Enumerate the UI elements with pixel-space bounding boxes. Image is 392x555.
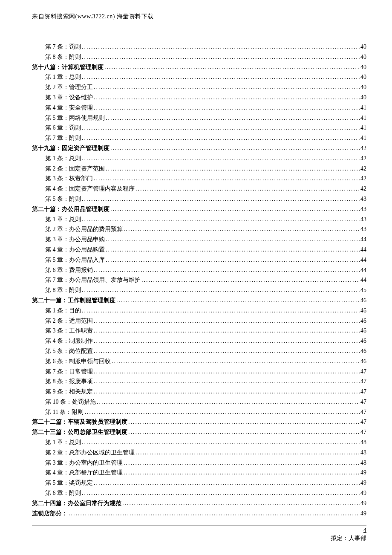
- toc-entry[interactable]: 第 3 章：办公室内的卫生管理48: [32, 458, 366, 468]
- toc-entry-label: 第 8 章：附则: [45, 285, 81, 295]
- toc-entry[interactable]: 第 8 章：附则45: [32, 285, 366, 295]
- toc-entry[interactable]: 第二十二篇：车辆及驾驶员管理制度 47: [32, 417, 366, 427]
- toc-entry-page: 49: [360, 478, 366, 488]
- toc-entry[interactable]: 第 3 章：办公用品申购44: [32, 234, 366, 245]
- toc-entry[interactable]: 第 5 条：岗位配置46: [32, 346, 366, 356]
- toc-entry-label: 第 2 章：办公用品的费用预算: [45, 224, 123, 234]
- toc-entry[interactable]: 第十八篇：计算机管理制度 40: [32, 62, 366, 72]
- toc-entry-label: 第 6 章：附则: [45, 488, 81, 498]
- toc-entry[interactable]: 第 5 章：网络使用规则41: [32, 113, 366, 123]
- toc-entry-label: 第 11 条：附则: [45, 407, 84, 417]
- toc-entry[interactable]: 第 1 章：总则43: [32, 214, 366, 225]
- toc-entry[interactable]: 第 5 章：办公用品入库44: [32, 255, 366, 265]
- toc-leader-dots: [104, 62, 360, 72]
- toc-entry[interactable]: 连锁店部分： 49: [32, 509, 366, 519]
- toc-entry[interactable]: 第 7 条：罚则40: [32, 42, 366, 52]
- toc-entry[interactable]: 第 1 条：总则42: [32, 153, 366, 164]
- toc-entry-label: 第 5 章：网络使用规则: [45, 113, 105, 123]
- toc-entry[interactable]: 第 8 条：报废事项47: [32, 376, 366, 387]
- toc-leader-dots: [82, 123, 360, 133]
- toc-entry-label: 连锁店部分：: [32, 509, 68, 519]
- toc-entry[interactable]: 第 2 条：固定资产范围42: [32, 164, 366, 174]
- toc-entry-label: 第 1 条：总则: [45, 153, 81, 164]
- toc-leader-dots: [82, 437, 360, 448]
- toc-leader-dots: [135, 184, 360, 194]
- toc-entry-page: 41: [360, 133, 366, 143]
- toc-leader-dots: [135, 448, 360, 458]
- toc-entry-label: 第 4 章：安全管理: [45, 103, 93, 113]
- page-footer: 4 拟定：人事部: [32, 526, 366, 542]
- toc-entry[interactable]: 第 6 章：费用报销44: [32, 265, 366, 275]
- toc-entry[interactable]: 第 6 章：罚则41: [32, 123, 366, 133]
- toc-entry-page: 48: [360, 458, 366, 468]
- toc-leader-dots: [94, 92, 360, 103]
- toc-entry[interactable]: 第 3 章：设备维护40: [32, 92, 366, 103]
- toc-leader-dots: [94, 316, 360, 326]
- toc-entry[interactable]: 第 2 条：适用范围46: [32, 316, 366, 326]
- toc-leader-dots: [106, 113, 360, 123]
- toc-leader-dots: [128, 417, 360, 427]
- toc-entry-label: 第 10 条：处罚措施: [45, 397, 96, 407]
- toc-leader-dots: [94, 478, 360, 488]
- toc-entry[interactable]: 第 4 章：安全管理41: [32, 103, 366, 113]
- toc-entry-label: 第 3 章：办公室内的卫生管理: [45, 458, 123, 468]
- table-of-contents: 第 7 条：罚则40第 8 条：附则40第十八篇：计算机管理制度 40第 1 章…: [32, 42, 366, 518]
- toc-entry[interactable]: 第 9 条：相关规定47: [32, 387, 366, 397]
- toc-entry[interactable]: 第二十一篇：工作制服管理制度 46: [32, 295, 366, 306]
- toc-entry[interactable]: 第 6 条：制服申领与回收46: [32, 356, 366, 367]
- toc-entry[interactable]: 第 4 条：固定资产管理内容及程序42: [32, 184, 366, 194]
- toc-entry-page: 42: [360, 173, 366, 184]
- toc-entry[interactable]: 第 4 章：总部餐厅的卫生管理49: [32, 468, 366, 478]
- toc-entry[interactable]: 第十九篇：固定资产管理制度 42: [32, 143, 366, 153]
- toc-entry-label: 第 7 章：办公用品领用、发放与维护: [45, 275, 141, 285]
- toc-entry-label: 第 3 条：工作职责: [45, 326, 93, 336]
- toc-entry-page: 42: [360, 184, 366, 194]
- toc-entry-label: 第二十四篇：办公室日常行为规范: [32, 498, 121, 509]
- toc-entry[interactable]: 第 1 章：总则40: [32, 72, 366, 82]
- toc-entry-label: 第二十一篇：工作制服管理制度: [32, 295, 115, 306]
- toc-entry[interactable]: 第 2 章：办公用品的费用预算43: [32, 224, 366, 234]
- toc-entry[interactable]: 第二十三篇：公司总部卫生管理制度 47: [32, 427, 366, 437]
- toc-entry[interactable]: 第 3 条：权责部门42: [32, 173, 366, 184]
- toc-entry[interactable]: 第 4 章：办公用品购置44: [32, 245, 366, 255]
- toc-entry[interactable]: 第 7 条：日常管理47: [32, 367, 366, 377]
- toc-entry-page: 46: [360, 326, 366, 336]
- toc-entry[interactable]: 第 6 章：附则49: [32, 488, 366, 498]
- toc-entry[interactable]: 第 8 条：附则40: [32, 52, 366, 62]
- toc-entry-label: 第 5 条：岗位配置: [45, 346, 93, 356]
- toc-entry-page: 49: [360, 498, 366, 509]
- toc-entry[interactable]: 第 10 条：处罚措施47: [32, 397, 366, 407]
- toc-entry-label: 第 7 条：罚则: [45, 42, 81, 52]
- toc-entry-page: 41: [360, 113, 366, 123]
- toc-entry[interactable]: 第二十篇：办公用品管理制度 43: [32, 204, 366, 214]
- toc-entry[interactable]: 第 11 条：附则47: [32, 407, 366, 417]
- toc-leader-dots: [128, 427, 360, 437]
- toc-entry[interactable]: 第 5 章：奖罚规定49: [32, 478, 366, 488]
- toc-entry-label: 第 6 章：罚则: [45, 123, 81, 133]
- toc-entry-page: 41: [360, 103, 366, 113]
- toc-entry-label: 第 1 条：目的: [45, 306, 81, 316]
- toc-entry[interactable]: 第 1 章：总则48: [32, 437, 366, 448]
- toc-leader-dots: [124, 468, 360, 478]
- toc-leader-dots: [82, 488, 360, 498]
- toc-entry[interactable]: 第 4 条：制服制作46: [32, 336, 366, 346]
- toc-leader-dots: [94, 326, 360, 336]
- toc-entry-label: 第 1 章：总则: [45, 437, 81, 448]
- toc-entry-label: 第 2 章：管理分工: [45, 82, 93, 92]
- toc-entry[interactable]: 第 7 章：办公用品领用、发放与维护44: [32, 275, 366, 285]
- toc-entry-label: 第二十三篇：公司总部卫生管理制度: [32, 427, 127, 437]
- toc-leader-dots: [69, 509, 360, 519]
- toc-entry-page: 47: [360, 417, 366, 427]
- toc-entry-page: 40: [360, 82, 366, 92]
- toc-leader-dots: [94, 173, 360, 184]
- toc-entry[interactable]: 第 5 条：附则43: [32, 194, 366, 204]
- toc-entry-label: 第 3 章：办公用品申购: [45, 234, 105, 245]
- toc-entry[interactable]: 第二十四篇：办公室日常行为规范 49: [32, 498, 366, 509]
- toc-entry[interactable]: 第 3 条：工作职责46: [32, 326, 366, 336]
- toc-entry-label: 第 3 章：设备维护: [45, 92, 93, 103]
- toc-entry[interactable]: 第 2 章：总部办公区域的卫生管理48: [32, 448, 366, 458]
- toc-entry[interactable]: 第 1 条：目的46: [32, 306, 366, 316]
- toc-entry[interactable]: 第 7 章：附则41: [32, 133, 366, 143]
- toc-entry-page: 46: [360, 356, 366, 367]
- toc-entry[interactable]: 第 2 章：管理分工40: [32, 82, 366, 92]
